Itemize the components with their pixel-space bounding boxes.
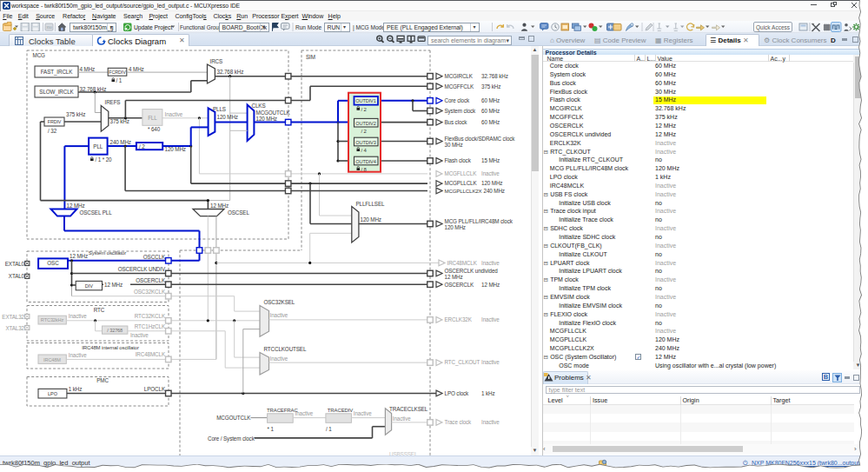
svg-text:1 kHz: 1 kHz (481, 390, 495, 396)
svg-text:MCG: MCG (33, 52, 46, 58)
svg-text:Inactive: Inactive (481, 419, 500, 425)
svg-text:/ 1: / 1 (116, 77, 123, 83)
svg-text:IRC48MCLK: IRC48MCLK (136, 351, 166, 357)
svg-text:System oscillator: System oscillator (89, 250, 126, 256)
svg-text:30 MHz: 30 MHz (445, 142, 463, 148)
svg-text:15 MHz: 15 MHz (481, 157, 500, 163)
svg-text:LPO clock: LPO clock (445, 390, 470, 396)
svg-text:OSCCLK: OSCCLK (143, 254, 166, 260)
svg-text:4 MHz: 4 MHz (129, 66, 144, 72)
svg-text:Inactive: Inactive (270, 356, 288, 362)
svg-text:TRACECLKSEL: TRACECLKSEL (389, 406, 428, 412)
svg-text:4 MHz: 4 MHz (80, 66, 96, 72)
svg-text:PLLS: PLLS (213, 106, 226, 112)
svg-text:Inactive: Inactive (165, 111, 183, 117)
svg-text:OSC32KSEL: OSC32KSEL (264, 299, 295, 305)
svg-text:TRACEFRAC: TRACEFRAC (267, 408, 298, 413)
svg-text:Bus clock: Bus clock (445, 119, 468, 125)
svg-text:TRACEDIV: TRACEDIV (328, 408, 353, 413)
svg-text:32.768 kHz: 32.768 kHz (217, 69, 244, 75)
svg-text:/ 4: / 4 (361, 148, 368, 153)
svg-text:MCGFLLCLK: MCGFLLCLK (445, 170, 478, 176)
svg-text:12 MHz: 12 MHz (70, 253, 88, 259)
svg-text:OUTDIV3: OUTDIV3 (355, 140, 375, 145)
svg-text:/ 8: / 8 (361, 167, 368, 172)
svg-text:32.768 kHz: 32.768 kHz (80, 86, 107, 92)
svg-text:EXTAL32: EXTAL32 (2, 314, 24, 320)
svg-text:120 MHz: 120 MHz (256, 116, 277, 122)
svg-text:Inactive: Inactive (354, 410, 372, 416)
svg-text:Inactive: Inactive (69, 313, 87, 319)
svg-text:375 kHz: 375 kHz (481, 83, 500, 90)
svg-text:OUTDIV1: OUTDIV1 (355, 98, 375, 103)
svg-text:MCGPLLCLK: MCGPLLCLK (445, 180, 478, 186)
svg-text:120 MHz: 120 MHz (361, 216, 381, 223)
svg-text:1 kHz: 1 kHz (69, 386, 83, 392)
svg-text:12 MHz: 12 MHz (104, 282, 123, 288)
svg-text:MCGOUTCLK: MCGOUTCLK (216, 415, 251, 421)
svg-text:Inactive: Inactive (481, 359, 500, 365)
svg-text:FAST_IRCLK: FAST_IRCLK (41, 69, 74, 76)
svg-text:60 MHz: 60 MHz (481, 97, 500, 103)
svg-text:Flash clock: Flash clock (445, 157, 472, 163)
svg-text:Inactive: Inactive (481, 170, 500, 176)
svg-text:SIM: SIM (306, 54, 315, 60)
svg-text:IRC48M internal oscillator: IRC48M internal oscillator (82, 345, 139, 350)
svg-text:PMC: PMC (96, 377, 109, 383)
svg-text:LPOCLK: LPOCLK (144, 386, 166, 392)
svg-text:12 MHz: 12 MHz (210, 203, 229, 209)
svg-text:XTAL32: XTAL32 (5, 325, 24, 331)
svg-text:OSCERCLK UNDIV: OSCERCLK UNDIV (118, 266, 166, 272)
svg-text:OUTDIV2: OUTDIV2 (355, 121, 375, 126)
svg-text:240 MHz: 240 MHz (484, 188, 505, 194)
svg-text:RTCCLKOUTSEL: RTCCLKOUTSEL (264, 346, 307, 352)
svg-text:32.768 kHz: 32.768 kHz (481, 73, 508, 79)
svg-text:ERCLK32K: ERCLK32K (445, 316, 473, 322)
svg-text:RTC32kHz: RTC32kHz (41, 317, 64, 322)
svg-text:60 MHz: 60 MHz (481, 108, 500, 114)
svg-text:MCGIRCLK: MCGIRCLK (445, 73, 474, 79)
svg-text:OSCSEL PLL: OSCSEL PLL (80, 209, 113, 216)
svg-text:60 MHz: 60 MHz (481, 119, 500, 125)
svg-text:FLL: FLL (148, 115, 157, 121)
svg-text:120 MHz: 120 MHz (445, 224, 466, 230)
svg-text:EXTAL0: EXTAL0 (5, 261, 25, 267)
svg-text:12 MHz: 12 MHz (481, 282, 500, 288)
svg-text:MCGPLLCLK2X: MCGPLLCLK2X (445, 188, 482, 194)
svg-text:/ 32: / 32 (48, 128, 57, 134)
svg-text:Inactive: Inactive (130, 332, 149, 338)
svg-text:FlexBus clock/SDRAMC clock: FlexBus clock/SDRAMC clock (445, 136, 516, 142)
svg-text:/ 2: / 2 (139, 143, 145, 150)
svg-text:SLOW_IRCLK: SLOW_IRCLK (39, 89, 74, 96)
svg-text:IREFS: IREFS (105, 99, 121, 105)
svg-text:12 MHz: 12 MHz (67, 203, 85, 209)
svg-text:MCGFFCLK: MCGFFCLK (445, 83, 475, 90)
svg-text:DIV: DIV (85, 283, 93, 289)
svg-text:OSC: OSC (47, 260, 59, 266)
svg-text:* 1: * 1 (268, 426, 275, 432)
svg-text:PLL: PLL (93, 143, 103, 150)
svg-text:375 kHz: 375 kHz (66, 111, 85, 117)
svg-text:MCG PLL/FLL/IRC48M clock: MCG PLL/FLL/IRC48M clock (445, 218, 514, 224)
svg-text:120 MHz: 120 MHz (481, 180, 502, 186)
svg-text:OSCERCLK undivided: OSCERCLK undivided (445, 268, 499, 274)
svg-text:Core clock: Core clock (445, 97, 471, 103)
svg-text:RTC_CLKOUT: RTC_CLKOUT (445, 359, 480, 366)
svg-text:RTC: RTC (94, 307, 105, 313)
svg-text:375 kHz: 375 kHz (110, 118, 129, 124)
svg-text:Trace clock: Trace clock (445, 419, 473, 425)
svg-text:PLLFLLSEL: PLLFLLSEL (356, 201, 385, 207)
svg-text:OSCSEL: OSCSEL (228, 209, 249, 216)
svg-text:LPO: LPO (48, 391, 58, 396)
svg-text:Inactive: Inactive (481, 260, 500, 266)
svg-text:Inactive: Inactive (481, 316, 500, 322)
svg-text:Inactive: Inactive (295, 410, 314, 416)
svg-text:CLKS: CLKS (252, 103, 266, 109)
svg-text:RTC32KCLK: RTC32KCLK (135, 313, 166, 319)
svg-text:/ 1 * 20: / 1 * 20 (96, 156, 113, 163)
svg-text:Inactive: Inactive (270, 312, 288, 318)
svg-text:FRDIV: FRDIV (48, 119, 62, 124)
svg-text:Inactive: Inactive (393, 415, 411, 422)
svg-text:System clock: System clock (445, 108, 477, 115)
svg-text:IRC48MCLK: IRC48MCLK (447, 260, 478, 266)
